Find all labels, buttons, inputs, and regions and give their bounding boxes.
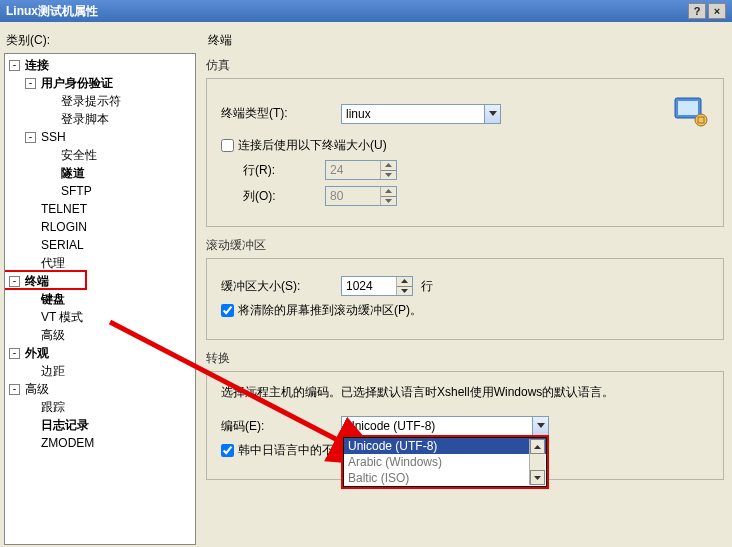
collapse-icon[interactable]: -	[9, 60, 20, 71]
window-title: Linux测试机属性	[6, 3, 98, 20]
svg-marker-9	[401, 279, 408, 283]
settings-panel: 终端 仿真 终端类型(T): linux 连接后使用以下终端大小(U)	[200, 22, 732, 547]
encoding-description: 选择远程主机的编码。已选择默认语言时Xshell使用Windows的默认语言。	[221, 383, 709, 402]
svg-marker-6	[385, 173, 392, 177]
spin-up-icon	[381, 161, 396, 170]
tree-item-connection[interactable]: -连接	[5, 56, 195, 74]
tree-item-margin[interactable]: 边距	[5, 362, 195, 380]
push-scrollback-checkbox[interactable]: 将清除的屏幕推到滚动缓冲区(P)。	[221, 302, 709, 319]
tree-item-keyboard[interactable]: 键盘	[5, 290, 195, 308]
spin-down-icon[interactable]	[397, 286, 412, 296]
tree-item-log[interactable]: 日志记录	[5, 416, 195, 434]
tree-item-zmodem[interactable]: ZMODEM	[5, 434, 195, 452]
category-tree[interactable]: -连接 -用户身份验证 登录提示符 登录脚本 -SSH 安全性 隧道 SFTP …	[4, 53, 196, 545]
encoding-label: 编码(E):	[221, 418, 341, 435]
encoding-option[interactable]: Arabic (Windows)	[344, 454, 546, 470]
svg-rect-2	[678, 101, 698, 115]
tree-item-vt-mode[interactable]: VT 模式	[5, 308, 195, 326]
tree-item-sftp[interactable]: SFTP	[5, 182, 195, 200]
terminal-icon	[673, 96, 709, 131]
scroll-up-icon[interactable]	[530, 439, 545, 454]
panel-title: 终端	[208, 32, 724, 49]
encoding-combo[interactable]: Unicode (UTF-8)	[341, 416, 549, 436]
emulation-group: 仿真 终端类型(T): linux 连接后使用以下终端大小(U)	[206, 57, 724, 227]
tree-item-appearance[interactable]: -外观	[5, 344, 195, 362]
title-bar: Linux测试机属性 ? ×	[0, 0, 732, 22]
collapse-icon[interactable]: -	[9, 276, 20, 287]
use-terminal-size-checkbox[interactable]: 连接后使用以下终端大小(U)	[221, 137, 709, 154]
tree-item-tunnel[interactable]: 隧道	[5, 164, 195, 182]
spin-up-icon	[381, 187, 396, 196]
tree-item-trace[interactable]: 跟踪	[5, 398, 195, 416]
close-button[interactable]: ×	[708, 3, 726, 19]
tree-item-login-prompt[interactable]: 登录提示符	[5, 92, 195, 110]
category-label: 类别(C):	[6, 32, 194, 49]
encoding-legend: 转换	[206, 350, 724, 367]
svg-marker-12	[534, 445, 541, 449]
tree-item-advanced[interactable]: -高级	[5, 380, 195, 398]
svg-marker-11	[537, 423, 545, 428]
scrollback-legend: 滚动缓冲区	[206, 237, 724, 254]
spin-up-icon[interactable]	[397, 277, 412, 286]
svg-marker-5	[385, 163, 392, 167]
terminal-type-label: 终端类型(T):	[221, 105, 341, 122]
svg-marker-10	[401, 289, 408, 293]
collapse-icon[interactable]: -	[25, 78, 36, 89]
scrollback-group: 滚动缓冲区 缓冲区大小(S): 1024 行 将清除的屏幕推到滚动缓冲区(P)。	[206, 237, 724, 340]
emulation-legend: 仿真	[206, 57, 724, 74]
tree-item-rlogin[interactable]: RLOGIN	[5, 218, 195, 236]
category-pane: 类别(C): -连接 -用户身份验证 登录提示符 登录脚本 -SSH 安全性 隧…	[0, 22, 200, 547]
tree-item-terminal[interactable]: -终端	[5, 272, 195, 290]
tree-item-serial[interactable]: SERIAL	[5, 236, 195, 254]
spin-down-icon	[381, 170, 396, 180]
help-button[interactable]: ?	[688, 3, 706, 19]
svg-point-3	[695, 114, 707, 126]
tree-item-ssh[interactable]: -SSH	[5, 128, 195, 146]
svg-marker-0	[489, 111, 497, 116]
tree-item-auth[interactable]: -用户身份验证	[5, 74, 195, 92]
scroll-down-icon[interactable]	[530, 470, 545, 485]
cols-spinner: 80	[325, 186, 397, 206]
chevron-down-icon[interactable]	[484, 105, 500, 123]
collapse-icon[interactable]: -	[9, 348, 20, 359]
svg-marker-8	[385, 199, 392, 203]
encoding-group: 转换 选择远程主机的编码。已选择默认语言时Xshell使用Windows的默认语…	[206, 350, 724, 480]
encoding-option[interactable]: Unicode (UTF-8)	[344, 438, 546, 454]
tree-item-telnet[interactable]: TELNET	[5, 200, 195, 218]
chevron-down-icon[interactable]	[532, 417, 548, 435]
encoding-option[interactable]: Baltic (ISO)	[344, 470, 546, 486]
rows-label: 行(R):	[243, 162, 325, 179]
svg-marker-7	[385, 189, 392, 193]
buffer-size-label: 缓冲区大小(S):	[221, 278, 341, 295]
encoding-dropdown[interactable]: Unicode (UTF-8) Arabic (Windows) Baltic …	[341, 435, 549, 489]
collapse-icon[interactable]: -	[9, 384, 20, 395]
cols-label: 列(O):	[243, 188, 325, 205]
tree-item-login-script[interactable]: 登录脚本	[5, 110, 195, 128]
svg-marker-13	[534, 476, 541, 480]
tree-item-proxy[interactable]: 代理	[5, 254, 195, 272]
buffer-size-spinner[interactable]: 1024	[341, 276, 413, 296]
buffer-unit: 行	[421, 278, 433, 295]
rows-spinner: 24	[325, 160, 397, 180]
tree-item-advanced-terminal[interactable]: 高级	[5, 326, 195, 344]
dropdown-scrollbar[interactable]	[529, 439, 545, 485]
collapse-icon[interactable]: -	[25, 132, 36, 143]
spin-down-icon	[381, 196, 396, 206]
terminal-type-combo[interactable]: linux	[341, 104, 501, 124]
tree-item-security[interactable]: 安全性	[5, 146, 195, 164]
